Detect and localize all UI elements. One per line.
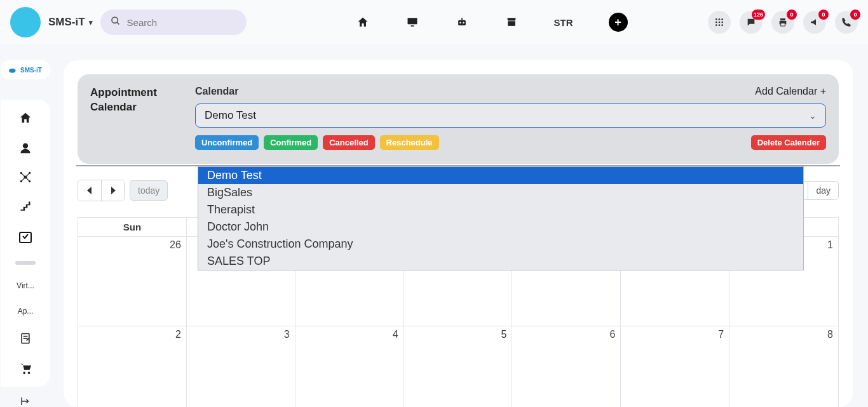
calendar-row: Calendar Add Calendar + — [195, 86, 826, 97]
search-wrap[interactable] — [100, 10, 247, 35]
print-icon[interactable]: 0 — [771, 11, 794, 34]
dropdown-option[interactable]: Joe's Construction Company — [198, 236, 803, 253]
bullhorn-icon[interactable]: 0 — [803, 11, 826, 34]
svg-point-15 — [715, 24, 717, 26]
status-confirmed[interactable]: Confirmed — [264, 135, 318, 150]
svg-point-13 — [719, 22, 721, 23]
avatar[interactable] — [10, 7, 41, 37]
svg-point-5 — [459, 22, 461, 24]
calendar-week-row: 2 3 4 5 6 7 8 — [78, 326, 838, 407]
svg-marker-40 — [87, 187, 92, 194]
sidebar-separator — [15, 261, 36, 265]
phone-icon[interactable]: 0 — [835, 11, 858, 34]
config-heading: Appointment Calendar — [90, 86, 189, 115]
brand-label: SMS-iT — [48, 16, 85, 29]
svg-rect-3 — [410, 25, 414, 27]
calendar-cell[interactable]: 26 — [78, 237, 187, 326]
calendar-cell[interactable]: 7 — [621, 326, 729, 407]
svg-point-17 — [721, 24, 723, 26]
svg-rect-20 — [781, 23, 785, 26]
right-icons: 126 0 0 0 — [708, 11, 858, 34]
calendar-cell[interactable]: 4 — [295, 326, 404, 407]
nav-group — [78, 180, 125, 201]
sidebar-logo[interactable]: SMS-iT — [1, 60, 50, 79]
status-cancelled[interactable]: Cancelled — [323, 135, 374, 150]
robot-icon[interactable] — [455, 15, 469, 29]
sidebar-item-ap[interactable]: Ap... — [18, 307, 34, 316]
calendar-dropdown: Demo Test BigSales Therapist Doctor John… — [198, 166, 804, 270]
config-right: Calendar Add Calendar + Demo Test ⌄ Unco… — [195, 86, 826, 150]
config-heading-wrap: Appointment Calendar — [90, 86, 189, 150]
top-nav-icons: STR + — [356, 13, 628, 32]
dropdown-option[interactable]: Doctor John — [198, 218, 803, 236]
sidebar-item-cart[interactable] — [1, 361, 50, 375]
calendar-cell[interactable]: 6 — [512, 326, 621, 407]
sidebar-item-calendar[interactable] — [1, 229, 50, 244]
status-reschedule[interactable]: Reschedule — [380, 135, 439, 150]
svg-point-14 — [721, 22, 723, 23]
status-unconfirmed[interactable]: Unconfirmed — [195, 135, 259, 150]
calendar-select-value: Demo Test — [205, 109, 256, 122]
chevron-down-icon: ⌄ — [809, 110, 817, 121]
svg-rect-8 — [508, 21, 515, 26]
dropdown-option[interactable]: SALES TOP — [198, 253, 803, 270]
desktop-icon[interactable] — [405, 15, 419, 29]
add-calendar-button[interactable]: Add Calendar + — [755, 86, 826, 97]
top-header: SMS-iT ▾ STR + 126 0 — [0, 0, 868, 44]
sidebar-item-virt[interactable]: Virt... — [17, 281, 34, 290]
sidebar-exit[interactable] — [20, 396, 31, 407]
today-button[interactable]: today — [130, 180, 168, 201]
svg-line-31 — [25, 177, 30, 182]
str-button[interactable]: STR — [554, 17, 573, 28]
svg-line-30 — [21, 177, 25, 182]
search-input[interactable] — [127, 17, 236, 28]
calendar-cell[interactable]: 5 — [404, 326, 513, 407]
svg-rect-18 — [780, 18, 785, 20]
sidebar-item-network[interactable] — [1, 171, 50, 183]
brand-dropdown[interactable]: SMS-iT ▾ — [48, 16, 93, 29]
calendar-select[interactable]: Demo Test ⌄ — [195, 103, 826, 128]
config-bar: Appointment Calendar Calendar Add Calend… — [78, 74, 839, 164]
home-icon[interactable] — [356, 15, 370, 29]
dropdown-option[interactable]: Therapist — [198, 201, 803, 218]
chat-icon[interactable]: 126 — [740, 11, 763, 34]
svg-rect-2 — [407, 18, 417, 24]
svg-point-36 — [23, 372, 25, 375]
main-panel: Appointment Calendar Calendar Add Calend… — [64, 60, 853, 407]
calendar-label: Calendar — [195, 86, 238, 97]
svg-line-1 — [117, 22, 119, 24]
bull-badge: 0 — [818, 10, 829, 20]
chat-badge: 126 — [752, 10, 765, 20]
svg-line-28 — [21, 173, 25, 177]
svg-point-16 — [719, 24, 721, 26]
svg-rect-4 — [458, 20, 466, 25]
svg-point-11 — [721, 18, 723, 20]
store-icon[interactable] — [505, 15, 519, 29]
calendar-cell[interactable]: 2 — [78, 326, 187, 407]
sidebar: SMS-iT Virt... Ap... — [0, 60, 51, 407]
calendar-cell[interactable]: 8 — [729, 326, 838, 407]
apps-icon[interactable] — [708, 11, 731, 34]
delete-calendar-button[interactable]: Delete Calender — [751, 135, 826, 150]
chevron-down-icon: ▾ — [89, 18, 93, 27]
svg-marker-41 — [111, 187, 116, 194]
next-button[interactable] — [101, 180, 124, 201]
sidebar-item-stairs[interactable] — [1, 200, 50, 213]
sidebar-item-user[interactable] — [1, 142, 50, 154]
svg-point-21 — [9, 69, 16, 73]
sidebar-item-home[interactable] — [1, 111, 50, 125]
day-header: Sun — [78, 218, 187, 236]
svg-point-12 — [715, 22, 717, 23]
prev-button[interactable] — [78, 180, 101, 201]
dropdown-option[interactable]: BigSales — [198, 184, 803, 201]
status-row: Unconfirmed Confirmed Cancelled Reschedu… — [195, 135, 826, 150]
add-button[interactable]: + — [609, 13, 628, 32]
svg-point-0 — [112, 17, 118, 23]
side-panel: Virt... Ap... — [1, 100, 50, 387]
phone-badge: 0 — [850, 10, 860, 20]
sidebar-item-doc[interactable] — [1, 332, 50, 345]
view-day[interactable]: day — [808, 182, 838, 199]
svg-point-22 — [23, 143, 28, 149]
calendar-cell[interactable]: 3 — [187, 326, 295, 407]
dropdown-option[interactable]: Demo Test — [198, 167, 803, 184]
